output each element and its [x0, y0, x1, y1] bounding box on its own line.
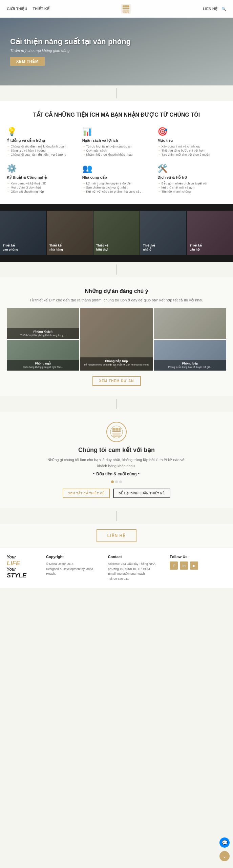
feature-list-item: Chúng tôi yêu điềm mê không kinh doanh	[7, 145, 76, 148]
divider-2	[0, 262, 233, 277]
feature-icon-5: 🛠️	[157, 164, 226, 173]
search-icon[interactable]: 🔍	[221, 7, 226, 11]
brand-line4: STYLE	[7, 572, 41, 579]
feature-icon-2: 🎯	[157, 127, 226, 136]
feature-item-2: 🎯 Mục tiêu Xây dựng ít mà và chính xácTh…	[157, 127, 226, 157]
feature-list-item: Quý ngân sách	[82, 149, 151, 152]
footer-contact: Contact Address: 784 Cầu xây Thống NHÀ, …	[108, 555, 165, 581]
feature-list-item: Xem demo và kỹ thuật 3D	[7, 182, 76, 185]
feature-item-5: 🛠️ Dịch vụ & Hỗ trợ Bảo gồm nhiều dịch v…	[157, 164, 226, 194]
feature-list-item: Tiến độ nhanh chóng	[157, 190, 226, 193]
feature-list-item: Mọi dự án đi duy nhất	[7, 186, 76, 189]
facebook-icon[interactable]: f	[170, 561, 178, 570]
leave-comment-button[interactable]: ĐỂ LẠI BÌNH LUẬN THIẾT KẾ	[113, 489, 170, 498]
project-overlay-4: Phòng bếp Phong ý của trang bày kề thuyế…	[154, 360, 226, 371]
project-desc-0: Thiết kế nội thất phòng khách sang trọng…	[9, 334, 77, 337]
svg-rect-10	[119, 428, 121, 431]
projects-title: Những dự án đáng chú ý	[7, 288, 226, 295]
gallery-item-1[interactable]: Thiết kếnhà hàng	[47, 211, 93, 255]
gallery-section: Thiết kếvan phòng Thiết kếnhà hàng Thiết…	[0, 204, 233, 262]
linkedin-icon[interactable]: in	[180, 561, 188, 570]
project-desc-3: Chào hàng không gian giới nghĩ Thú...	[9, 366, 77, 369]
divider-3	[0, 396, 233, 412]
social-icons: fin▶	[170, 561, 226, 570]
divider-1	[0, 85, 233, 101]
project-desc-4: Phong ý của trang bày kề thuyết mỹ giờ..…	[156, 366, 224, 369]
dot-2[interactable]	[115, 480, 118, 483]
feature-list-0: Chúng tôi yêu điềm mê không kinh doanhSá…	[7, 145, 76, 156]
commit-logo: mona	[106, 422, 127, 442]
hero-cta-button[interactable]: XEM THÊM	[10, 57, 45, 66]
projects-subtitle: Từ thiết kế DIY cho đến tạo ra thành phẩ…	[7, 297, 226, 303]
project-cell-4[interactable]: Phòng bếp Phong ý của trang bày kề thuyế…	[154, 340, 226, 371]
project-cell-2[interactable]	[154, 308, 226, 339]
feature-icon-3: ⚙️	[7, 164, 76, 173]
project-overlay-0: Phòng khách Thiết kế nội thất phòng khác…	[7, 328, 79, 339]
nav-design[interactable]: THIẾT KẾ	[33, 7, 49, 11]
nav-contact[interactable]: LIÊN HỆ	[203, 7, 217, 11]
nav-intro[interactable]: GIỚI THIỆU	[7, 7, 27, 11]
feature-list-item: Sáng tạo và hàm ý tưởng	[7, 149, 76, 152]
commitment-section: mona Chúng tôi cam kết với bạn Những gì …	[0, 412, 233, 508]
gallery-label-4: Thiết kếcăn hộ	[190, 244, 202, 252]
copyright-line3: Heach.	[46, 571, 103, 576]
dot-3[interactable]	[119, 480, 122, 483]
youtube-icon[interactable]: ▶	[190, 561, 198, 570]
feature-icon-1: 📊	[82, 127, 151, 136]
more-projects-button[interactable]: XEM THÊM DỰ ÁN	[92, 376, 141, 386]
view-all-designs-button[interactable]: XEM TẤT CẢ THIẾT KẾ	[63, 489, 110, 498]
brand-text: Your LIFE Your STYLE	[7, 555, 41, 579]
feature-list-item: Tạo chính môi cho tiết theo ý muốn	[157, 153, 226, 156]
contact-btn-section: LIÊN HỆ	[0, 524, 233, 548]
projects-section: Những dự án đáng chú ý Từ thiết kế DIY c…	[0, 277, 233, 396]
gallery-item-4[interactable]: Thiết kếcăn hộ	[187, 211, 233, 255]
divider-4	[0, 508, 233, 524]
footer-social: Follow Us fin▶	[170, 555, 226, 581]
gallery-item-0[interactable]: Thiết kếvan phòng	[0, 211, 46, 255]
dot-1[interactable]	[111, 480, 114, 483]
gallery-item-2[interactable]: Thiết kếbiệt thự	[93, 211, 140, 255]
feature-list-3: Xem demo và kỹ thuật 3DMọi dự án đi duy …	[7, 182, 76, 193]
project-cell-1[interactable]: Phòng bếp hẹp Tối nguyên thông den hiện …	[80, 308, 152, 371]
project-label-1: Phòng bếp hẹp	[82, 359, 150, 363]
project-overlay-1: Phòng bếp hẹp Tối nguyên thông den hiện …	[80, 357, 152, 371]
svg-rect-1	[123, 5, 125, 7]
logo[interactable]: mona	[120, 3, 132, 15]
svg-text:mona: mona	[113, 435, 120, 437]
feature-list-item: Xây dựng ít mà và chính xác	[157, 145, 226, 148]
feature-list-item: Sản phẩm và dịch vụ tốt nhất	[82, 186, 151, 189]
commit-text: Những gì chúng tôi làm cho bạn là duy nh…	[45, 457, 188, 469]
project-img-2	[154, 308, 226, 339]
hero-subtitle: Thẩm mỹ cho mọi không gian sống	[10, 48, 131, 53]
gallery-label-0: Thiết kếvan phòng	[3, 244, 18, 252]
gallery-item-3[interactable]: Thiết kếnhà ở	[140, 211, 186, 255]
feature-list-5: Bảo gồm nhiều dịch vụ tuyệt vờikết thứ c…	[157, 182, 226, 193]
feature-name-1: Ngân sách và lợi ích	[82, 138, 151, 143]
navigation: GIỚI THIỆU THIẾT KẾ mona LIÊN HỆ 🔍	[0, 0, 233, 18]
nav-links: GIỚI THIỆU THIẾT KẾ	[7, 7, 49, 11]
projects-grid: Phòng khách Thiết kế nội thất phòng khác…	[7, 308, 226, 371]
feature-item-4: 👥 Nhà cung cấp Lữ mới trung tâm quyền ý …	[82, 164, 151, 194]
commit-title: Chúng tôi cam kết với bạn	[7, 446, 226, 454]
svg-text:mona: mona	[123, 12, 129, 14]
feature-name-0: Ý tưởng và cảm hứng	[7, 138, 76, 143]
project-cell-3[interactable]: Phòng ngủ Chào hàng không gian giới nghĩ…	[7, 340, 79, 371]
contact-info-title: Contact	[108, 555, 165, 559]
project-label-0: Phòng khách	[9, 330, 77, 333]
features-title: TẤT CẢ NHỮNG TIỆN ÍCH MÀ BẠN NHẬN ĐƯỢC T…	[7, 111, 226, 119]
hero-content: Cải thiện năng suất tại văn phòng Thẩm m…	[0, 31, 141, 72]
project-cell-0[interactable]: Phòng khách Thiết kế nội thất phòng khác…	[7, 308, 79, 339]
footer-grid: Your LIFE Your STYLE Copyright © Mona De…	[7, 555, 226, 581]
feature-list-item: kết thứ chất mát và gọn	[157, 186, 226, 189]
footer: Your LIFE Your STYLE Copyright © Mona De…	[0, 548, 233, 588]
gallery-grid: Thiết kếvan phòng Thiết kếnhà hàng Thiết…	[0, 211, 233, 255]
feature-name-3: Kỹ thuật & Công nghệ	[7, 175, 76, 180]
commit-buttons: XEM TẤT CẢ THIẾT KẾ ĐỂ LẠI BÌNH LUẬN THI…	[7, 489, 226, 498]
copyright-line2: Designed & Development by Mona	[46, 567, 103, 571]
copyright-line1: © Mona Decor 2018	[46, 561, 103, 566]
project-desc-1: Tối nguyên thông den hiện đại, thẩm ở. V…	[82, 363, 150, 369]
contact-line3: Email: mona@mona-heach	[108, 571, 165, 576]
contact-button[interactable]: LIÊN HỆ	[97, 529, 136, 542]
feature-name-5: Dịch vụ & Hỗ trợ	[157, 175, 226, 180]
gallery-label-1: Thiết kếnhà hàng	[49, 244, 63, 252]
